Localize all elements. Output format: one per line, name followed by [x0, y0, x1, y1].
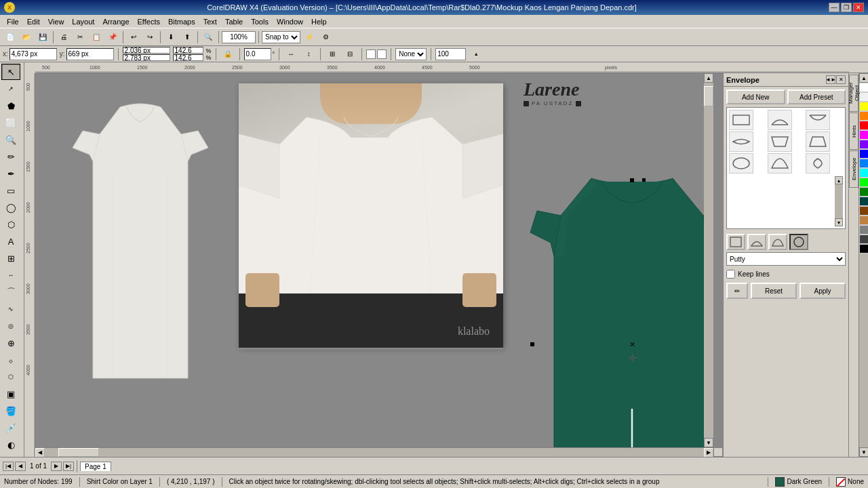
mode-btn-1[interactable]: [726, 234, 745, 250]
color-white[interactable]: [859, 83, 868, 92]
print-button[interactable]: 🖨: [56, 30, 71, 44]
preset-cell-1[interactable]: [729, 110, 753, 130]
tool-ellipse[interactable]: ◯: [1, 199, 20, 216]
mirror-v-btn[interactable]: ↕: [301, 47, 316, 61]
menu-effects[interactable]: Effects: [134, 16, 164, 27]
tool-shadow[interactable]: ▣: [1, 386, 20, 402]
envelope-dropdown[interactable]: Putty None Linear Curved: [726, 252, 846, 266]
snap-btn[interactable]: ⚡: [302, 30, 317, 44]
color-ltblue[interactable]: [859, 159, 868, 168]
tool-select[interactable]: ↖: [1, 64, 20, 80]
new-button[interactable]: 📄: [3, 30, 18, 44]
size-w-input[interactable]: [173, 47, 203, 54]
handle-left[interactable]: [530, 342, 534, 346]
tool-table[interactable]: ⊞: [1, 250, 20, 266]
size-h-input[interactable]: [173, 54, 203, 61]
color-tan[interactable]: [859, 216, 868, 225]
outline-preview[interactable]: [377, 49, 387, 59]
preset-scroll-down[interactable]: ▼: [835, 218, 843, 226]
tool-zoom[interactable]: 🔍: [1, 131, 20, 148]
color-red[interactable]: [859, 121, 868, 130]
tool-pick[interactable]: ↗: [1, 81, 20, 97]
preset-scroll-up[interactable]: ▲: [835, 176, 843, 184]
color-dkgray[interactable]: [859, 235, 868, 244]
paste-button[interactable]: 📌: [105, 30, 120, 44]
menu-file[interactable]: File: [3, 16, 23, 27]
h-input[interactable]: [123, 54, 170, 61]
angle-input[interactable]: [244, 48, 271, 60]
keep-lines-checkbox[interactable]: [726, 270, 735, 279]
add-new-button[interactable]: Add New: [726, 89, 785, 104]
color-violet[interactable]: [859, 140, 868, 149]
snap-select[interactable]: Snap to: [262, 31, 300, 43]
side-tab-hints[interactable]: Hints: [849, 113, 859, 150]
tool-eyedrop[interactable]: 💉: [1, 420, 20, 436]
mirror-h-btn[interactable]: ↔: [283, 47, 298, 61]
color-green[interactable]: [859, 178, 868, 187]
w-input[interactable]: [123, 47, 170, 54]
tool-contour[interactable]: ◎: [1, 318, 20, 334]
handle-top[interactable]: [630, 178, 634, 182]
color-orange[interactable]: [859, 111, 868, 121]
zoom-in-button[interactable]: 🔍: [201, 30, 216, 44]
redo-button[interactable]: ↪: [142, 30, 157, 44]
tool-crop[interactable]: ⬜: [1, 115, 20, 131]
color-blue[interactable]: [859, 149, 868, 159]
menu-layout[interactable]: Layout: [68, 16, 98, 27]
opacity-input[interactable]: [435, 48, 466, 60]
preset-cell-7[interactable]: [729, 153, 753, 174]
color-magenta[interactable]: [859, 130, 868, 140]
scroll-left-btn[interactable]: ◀: [35, 448, 45, 458]
tool-polygon[interactable]: ⬡: [1, 216, 20, 232]
copy-button[interactable]: 📋: [89, 30, 104, 44]
minimize-button[interactable]: —: [829, 3, 840, 12]
none-select[interactable]: None: [395, 48, 427, 60]
add-preset-button[interactable]: Add Preset: [787, 89, 846, 104]
import-button[interactable]: ⬇: [163, 30, 178, 44]
distrib-btn[interactable]: ⊟: [342, 47, 357, 61]
tool-dimension[interactable]: ↔: [1, 267, 20, 283]
color-lightgray[interactable]: [859, 92, 868, 102]
menu-text[interactable]: Text: [199, 16, 221, 27]
menu-view[interactable]: View: [44, 16, 68, 27]
keep-lines-label[interactable]: Keep lines: [738, 270, 770, 278]
close-button[interactable]: ✕: [853, 3, 864, 12]
x-input[interactable]: [9, 48, 57, 60]
palette-scroll-down[interactable]: ▼: [859, 447, 868, 457]
tool-fill[interactable]: 🪣: [1, 403, 20, 419]
zoom-input[interactable]: 100%: [222, 31, 256, 43]
tool-distort[interactable]: ⊕: [1, 335, 20, 351]
color-cyan[interactable]: [859, 168, 868, 178]
preset-cell-2[interactable]: [768, 110, 792, 130]
first-page-btn[interactable]: |◀: [3, 462, 14, 471]
scroll-up-btn[interactable]: ▲: [704, 73, 713, 83]
palette-scroll-track[interactable]: [859, 253, 868, 447]
menu-bitmaps[interactable]: Bitmaps: [164, 16, 199, 27]
side-tab-envelope[interactable]: Envelope: [849, 150, 859, 188]
open-button[interactable]: 📂: [19, 30, 34, 44]
color-yellow[interactable]: [859, 102, 868, 111]
scroll-down-btn[interactable]: ▼: [704, 438, 713, 447]
menu-arrange[interactable]: Arrange: [98, 16, 133, 27]
opacity-up-btn[interactable]: ▲: [469, 47, 484, 61]
panel-expand-btn[interactable]: ◄►: [826, 75, 835, 84]
lock-aspect-btn[interactable]: 🔒: [220, 47, 235, 61]
preset-scroll-track[interactable]: [835, 184, 843, 218]
preset-cell-8[interactable]: [768, 153, 792, 174]
y-input[interactable]: [66, 48, 114, 60]
h-scrollbar-thumb[interactable]: [58, 448, 99, 457]
h-scrollbar-track[interactable]: [45, 448, 704, 457]
tool-envelope[interactable]: ⬦: [1, 352, 20, 368]
preset-cell-3[interactable]: [806, 110, 830, 130]
panel-close-btn[interactable]: ✕: [836, 75, 846, 84]
fill-color-preview[interactable]: [366, 49, 376, 59]
prev-page-btn[interactable]: ◀: [15, 462, 26, 471]
tool-text[interactable]: A: [1, 233, 20, 249]
color-gray[interactable]: [859, 225, 868, 235]
scroll-right-btn[interactable]: ▶: [704, 448, 713, 458]
tool-extrude[interactable]: ⬡: [1, 369, 20, 385]
mode-btn-4-active[interactable]: [789, 234, 808, 250]
tool-connector[interactable]: ⌒: [1, 284, 20, 300]
export-button[interactable]: ⬆: [180, 30, 195, 44]
mode-btn-3[interactable]: [768, 234, 787, 250]
